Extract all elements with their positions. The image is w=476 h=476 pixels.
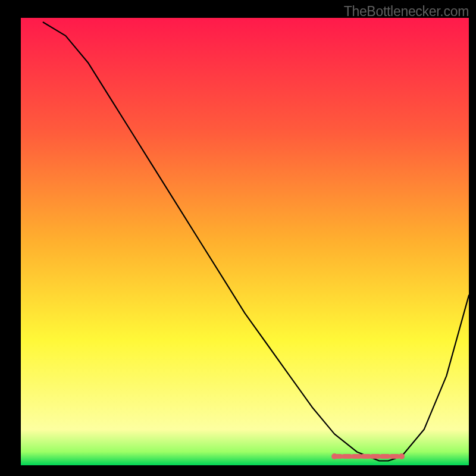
- chart-canvas: [0, 0, 476, 476]
- bottleneck-chart: TheBottlenecker.com: [0, 0, 476, 476]
- plot-area: [21, 18, 469, 465]
- watermark-label: TheBottlenecker.com: [344, 4, 469, 20]
